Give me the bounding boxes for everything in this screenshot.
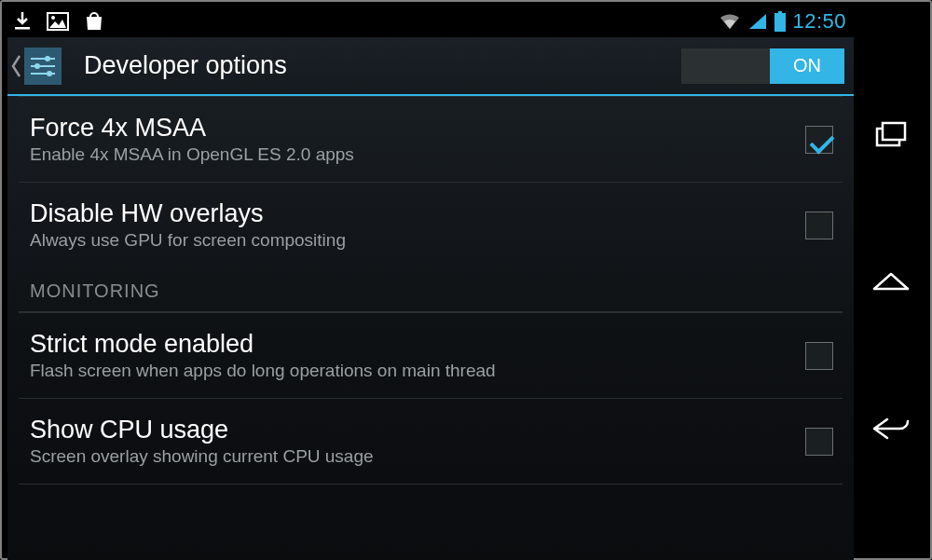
picture-icon: [47, 12, 69, 31]
setting-subtitle: Enable 4x MSAA in OpenGL ES 2.0 apps: [30, 144, 805, 165]
setting-subtitle: Screen overlay showing current CPU usage: [30, 446, 805, 467]
page-title: Developer options: [84, 51, 287, 80]
screen: 12:50: [7, 6, 854, 560]
svg-point-10: [34, 63, 40, 69]
setting-title: Strict mode enabled: [30, 330, 805, 359]
back-icon: [870, 416, 911, 442]
shopping-bag-icon: [84, 11, 104, 32]
checkbox[interactable]: [805, 342, 833, 370]
svg-rect-3: [778, 11, 782, 13]
divider: [19, 484, 843, 485]
clock-label: 12:50: [792, 9, 846, 34]
status-bar: 12:50: [7, 6, 854, 37]
home-button[interactable]: [868, 258, 914, 305]
svg-point-9: [45, 56, 50, 61]
checkbox[interactable]: [805, 428, 833, 456]
svg-rect-4: [774, 13, 786, 32]
system-nav-bar: [854, 6, 928, 558]
setting-subtitle: Flash screen when apps do long operation…: [30, 361, 805, 381]
home-icon: [871, 270, 911, 293]
switch-thumb-label: ON: [770, 48, 844, 84]
wifi-icon: [718, 12, 742, 31]
checkbox[interactable]: [805, 212, 833, 239]
checkbox[interactable]: [805, 126, 833, 154]
svg-point-11: [47, 71, 52, 76]
battery-icon: [774, 11, 787, 32]
svg-rect-0: [15, 27, 30, 30]
setting-subtitle: Always use GPU for screen compositing: [30, 230, 805, 251]
svg-point-2: [51, 16, 55, 20]
setting-title: Disable HW overlays: [30, 199, 805, 228]
setting-title: Force 4x MSAA: [30, 114, 805, 143]
master-switch[interactable]: ON: [681, 48, 844, 84]
section-header-monitoring: MONITORING: [7, 267, 854, 311]
setting-row-force-msaa[interactable]: Force 4x MSAA Enable 4x MSAA in OpenGL E…: [7, 97, 854, 182]
setting-row-strict-mode[interactable]: Strict mode enabled Flash screen when ap…: [7, 313, 854, 398]
recents-button[interactable]: [868, 112, 914, 158]
signal-icon: [747, 12, 768, 31]
device-frame: 12:50: [0, 0, 932, 560]
download-icon: [13, 11, 32, 32]
setting-row-disable-hw-overlays[interactable]: Disable HW overlays Always use GPU for s…: [7, 183, 854, 267]
recents-icon: [875, 121, 907, 149]
setting-title: Show CPU usage: [30, 416, 805, 444]
settings-list: Force 4x MSAA Enable 4x MSAA in OpenGL E…: [7, 96, 854, 485]
setting-row-show-cpu-usage[interactable]: Show CPU usage Screen overlay showing cu…: [7, 399, 854, 484]
back-button[interactable]: [868, 405, 914, 452]
up-button[interactable]: [7, 37, 84, 94]
chevron-left-icon: [7, 37, 24, 94]
svg-rect-13: [883, 123, 905, 140]
action-bar: Developer options ON: [7, 37, 854, 96]
settings-sliders-icon: [24, 48, 62, 85]
